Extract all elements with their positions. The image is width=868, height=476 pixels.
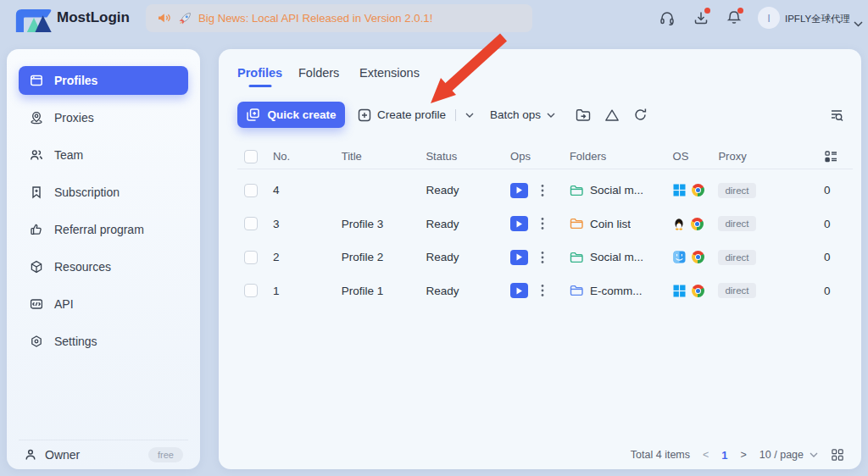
sidebar-nav: ProfilesProxiesTeamSubscriptionReferral … (19, 66, 188, 364)
sidebar-item-api[interactable]: API (19, 290, 188, 318)
sidebar-item-referral-program[interactable]: Referral program (19, 215, 188, 244)
proxy-badge: direct (718, 216, 755, 231)
sidebar-footer: Owner free (19, 440, 188, 469)
sidebar: ProfilesProxiesTeamSubscriptionReferral … (7, 49, 200, 469)
mostlogin-logo-icon (13, 4, 55, 37)
table-row: 3Profile 3ReadyCoin listdirect0 (237, 208, 853, 241)
batch-ops-button[interactable]: Batch ops (490, 108, 555, 121)
main-panel: Profiles Folders Extensions Quick create (219, 49, 861, 469)
sidebar-item-label: Subscription (54, 185, 120, 199)
cell-no: 1 (273, 285, 342, 297)
tab-extensions[interactable]: Extensions (359, 66, 420, 87)
cell-folder: E-comm... (590, 285, 643, 297)
header-title: Title (342, 150, 426, 163)
sidebar-item-label: API (54, 297, 74, 311)
create-profile-button[interactable]: Create profile (358, 108, 474, 122)
cell-extensions: 0 (819, 251, 853, 263)
windows-icon (673, 285, 686, 297)
cell-no: 4 (273, 184, 342, 196)
cell-title: Profile 2 (342, 251, 426, 263)
cell-title: Profile 3 (342, 218, 426, 230)
sidebar-item-label: Proxies (54, 111, 94, 125)
user-menu-chevron-icon[interactable] (854, 15, 863, 30)
row-checkbox[interactable] (244, 251, 258, 264)
launch-profile-button[interactable] (510, 250, 528, 265)
cell-extensions: 0 (819, 218, 853, 230)
folder-icon (570, 252, 583, 263)
sidebar-item-profiles[interactable]: Profiles (19, 66, 188, 95)
quick-create-button[interactable]: Quick create (237, 102, 345, 128)
prev-page-button[interactable]: < (703, 449, 709, 461)
sidebar-item-label: Settings (54, 335, 97, 348)
recycle-bin-icon[interactable] (604, 108, 620, 122)
cell-extensions: 0 (819, 285, 853, 297)
current-page[interactable]: 1 (721, 449, 727, 462)
table-header: No. Title Status Ops Folders OS Proxy (237, 144, 853, 169)
select-all-checkbox[interactable] (244, 150, 258, 163)
folder-icon (570, 285, 583, 296)
cell-folder: Coin list (590, 218, 631, 230)
row-checkbox[interactable] (244, 217, 258, 230)
page-size-select[interactable]: 10 / page (760, 449, 818, 461)
tab-profiles[interactable]: Profiles (237, 66, 282, 87)
announcement-banner[interactable]: Big News: Local API Released in Version … (146, 4, 532, 32)
profiles-icon (30, 74, 43, 87)
row-checkbox[interactable] (244, 284, 258, 297)
user-name[interactable]: IPFLY全球代理 (785, 13, 850, 25)
toolbar: Quick create Create profile Batch ops (237, 102, 844, 128)
table-row: 4ReadySocial m...direct0 (237, 174, 853, 208)
search-list-icon[interactable] (829, 108, 844, 122)
move-to-folder-icon[interactable] (576, 108, 591, 122)
table-row: 2Profile 2ReadySocial m...direct0 (237, 241, 853, 274)
header-folders: Folders (570, 150, 673, 163)
download-icon[interactable] (693, 9, 709, 26)
cell-folder: Social m... (590, 184, 643, 196)
proxies-icon (30, 111, 43, 125)
sidebar-item-settings[interactable]: Settings (19, 327, 188, 356)
refresh-icon[interactable] (633, 108, 648, 122)
launch-profile-button[interactable] (510, 216, 528, 231)
table-row: 1Profile 1ReadyE-comm...direct0 (237, 274, 853, 308)
row-checkbox[interactable] (244, 184, 258, 197)
cell-status: Ready (426, 218, 510, 230)
row-more-icon[interactable] (541, 184, 544, 197)
plan-badge: free (148, 447, 183, 462)
header-no: No. (273, 150, 342, 163)
tab-bar: Profiles Folders Extensions (219, 66, 861, 94)
row-more-icon[interactable] (541, 251, 544, 264)
row-more-icon[interactable] (541, 217, 544, 230)
subscription-icon (30, 185, 43, 199)
rocket-icon (178, 12, 192, 25)
cell-no: 2 (273, 251, 342, 263)
sidebar-item-team[interactable]: Team (19, 141, 188, 169)
top-bar: MostLogin Big News: Local API Released i… (0, 0, 868, 37)
sidebar-item-subscription[interactable]: Subscription (19, 178, 188, 207)
tab-folders[interactable]: Folders (298, 66, 339, 87)
windows-icon (673, 184, 686, 196)
pagination: Total 4 items < 1 > 10 / page (631, 448, 844, 462)
sidebar-item-resources[interactable]: Resources (19, 252, 188, 281)
total-items-label: Total 4 items (631, 449, 690, 461)
create-profile-dropdown-chevron-icon[interactable] (465, 113, 474, 118)
cell-extensions: 0 (819, 184, 853, 196)
sidebar-item-label: Team (54, 148, 83, 162)
team-icon (30, 148, 43, 162)
row-more-icon[interactable] (541, 284, 544, 297)
user-avatar[interactable]: I (758, 7, 780, 29)
macos-icon (673, 251, 686, 263)
folder-icon (570, 218, 583, 230)
sidebar-item-label: Resources (54, 260, 111, 274)
table-body: 4ReadySocial m...direct03Profile 3ReadyC… (237, 169, 853, 307)
proxy-badge: direct (718, 183, 755, 198)
support-headset-icon[interactable] (659, 9, 676, 26)
next-page-button[interactable]: > (741, 449, 747, 461)
folder-icon (570, 185, 583, 196)
grid-view-icon[interactable] (831, 448, 844, 462)
column-config-icon[interactable] (819, 150, 853, 163)
launch-profile-button[interactable] (510, 283, 528, 298)
header-proxy: Proxy (718, 150, 819, 163)
notifications-bell-icon[interactable] (726, 9, 743, 26)
sidebar-item-proxies[interactable]: Proxies (19, 103, 188, 132)
cell-status: Ready (426, 285, 510, 297)
launch-profile-button[interactable] (510, 183, 528, 198)
